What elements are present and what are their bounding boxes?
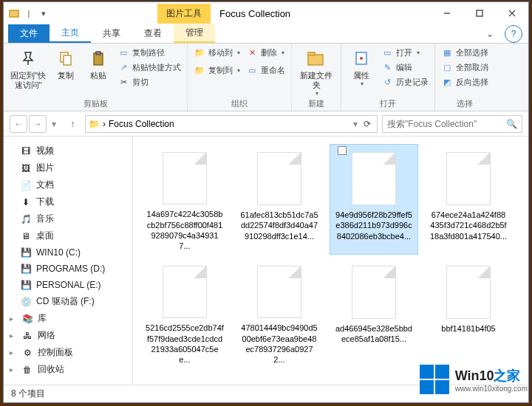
paste-button[interactable]: 粘贴 bbox=[83, 46, 113, 82]
tree-item[interactable]: ▸⚙控制面板 bbox=[7, 344, 129, 361]
cut-label: 剪切 bbox=[132, 77, 149, 88]
expand-icon[interactable]: ▸ bbox=[10, 365, 17, 374]
svg-rect-2 bbox=[477, 10, 482, 16]
nav-forward-button[interactable]: → bbox=[29, 115, 47, 133]
breadcrumb[interactable]: Focus Collection bbox=[109, 119, 174, 129]
file-item[interactable]: ad466945e328e5bbdece85af1a08f15... bbox=[330, 258, 418, 368]
tree-item[interactable]: 💾PROGRAMS (D:) bbox=[7, 261, 129, 277]
file-grid[interactable]: 14a697c4224c3058bcb2bf756c88ff00f4819289… bbox=[133, 137, 528, 385]
tree-item-label: 图片 bbox=[36, 162, 54, 174]
navbar: ← → ▾ ↑ 📁 › Focus Collection ▾ ⟳ 🔍 bbox=[4, 111, 528, 137]
nav-tree[interactable]: 🎞视频🖼图片📄文档⬇下载🎵音乐🖥桌面💾WIN10 (C:)💾PROGRAMS (… bbox=[4, 137, 133, 385]
maximize-button[interactable] bbox=[463, 2, 496, 24]
nav-up-button[interactable]: ↑ bbox=[64, 116, 81, 132]
address-dropdown-icon[interactable]: ▾ bbox=[353, 119, 358, 129]
tab-home[interactable]: 主页 bbox=[50, 24, 91, 43]
copy-button[interactable]: 复制 bbox=[51, 46, 81, 82]
file-item[interactable]: 14a697c4224c3058bcb2bf756c88ff00f4819289… bbox=[140, 144, 229, 255]
history-button[interactable]: ↺历史记录 bbox=[380, 75, 430, 89]
copy-to-button[interactable]: 📁复制到▾ bbox=[192, 63, 242, 77]
tree-item[interactable]: ▸🗑回收站 bbox=[7, 361, 129, 378]
ribbon-group-open: 属性 ▾ ▭打开▾ ✎编辑 ↺历史记录 打开 bbox=[341, 44, 435, 111]
search-icon[interactable]: 🔍 bbox=[506, 119, 517, 129]
tree-item-label: 库 bbox=[38, 312, 47, 325]
file-item[interactable]: 674ece24a1a424f88435f3d721c468d2b5f18a3f… bbox=[424, 144, 513, 255]
open-button[interactable]: ▭打开▾ bbox=[380, 46, 430, 59]
qat-dropdown-icon[interactable]: ▾ bbox=[38, 7, 50, 19]
tree-item[interactable]: 🎞视频 bbox=[7, 142, 129, 159]
tree-item[interactable]: 💾WIN10 (C:) bbox=[7, 244, 129, 261]
new-folder-button[interactable]: 新建文件夹 ▾ bbox=[296, 46, 336, 98]
ribbon: 固定到"快速访问" 复制 粘贴 ▭复制路径 ↗粘贴快捷方式 ✂剪切 剪贴板 bbox=[4, 44, 528, 111]
minimize-button[interactable] bbox=[431, 2, 463, 24]
rename-button[interactable]: ▭重命名 bbox=[245, 63, 287, 77]
tab-share[interactable]: 共享 bbox=[91, 24, 132, 43]
drive-icon: 💾 bbox=[20, 279, 32, 291]
expand-icon[interactable]: ▸ bbox=[10, 331, 17, 340]
pin-button[interactable]: 固定到"快速访问" bbox=[8, 46, 48, 92]
search-input[interactable] bbox=[387, 119, 506, 129]
tree-item-label: 下载 bbox=[36, 196, 54, 208]
invert-selection-button[interactable]: ◩反向选择 bbox=[440, 75, 490, 89]
expand-icon[interactable]: ▸ bbox=[10, 314, 17, 323]
select-none-label: 全部取消 bbox=[456, 62, 488, 73]
file-item[interactable]: 478014449bc9490d500ebf6e73eaa9be48ec7893… bbox=[235, 258, 324, 368]
paste-shortcut-label: 粘贴快捷方式 bbox=[132, 62, 181, 73]
window-title: Focus Collection bbox=[211, 8, 299, 19]
tree-item[interactable]: ⬇下载 bbox=[7, 193, 129, 210]
address-bar[interactable]: 📁 › Focus Collection ▾ ⟳ bbox=[85, 115, 378, 133]
copy-label: 复制 bbox=[58, 71, 74, 80]
tab-manage[interactable]: 管理 bbox=[174, 24, 215, 43]
file-checkbox[interactable] bbox=[338, 146, 347, 155]
history-icon: ↺ bbox=[381, 76, 393, 88]
ribbon-collapse-icon[interactable]: ⌄ bbox=[481, 24, 499, 43]
tree-item[interactable]: 🖥桌面 bbox=[7, 227, 129, 244]
open-label: 打开 bbox=[396, 47, 412, 58]
file-name: bbf14181b4f05 bbox=[440, 323, 497, 334]
tree-item[interactable]: ▸🖧网络 bbox=[7, 327, 129, 344]
delete-button[interactable]: ✕删除▾ bbox=[245, 46, 287, 59]
tree-item[interactable]: 🎵音乐 bbox=[7, 210, 129, 227]
search-box[interactable]: 🔍 bbox=[382, 115, 522, 133]
image-icon: 🖼 bbox=[20, 162, 32, 174]
copy-path-button[interactable]: ▭复制路径 bbox=[116, 46, 183, 59]
file-item[interactable]: 94e9d956f28b29ffef5e386d211b973d996c8402… bbox=[330, 144, 418, 255]
select-all-icon: ▦ bbox=[441, 47, 453, 58]
expand-icon[interactable]: ▸ bbox=[10, 348, 17, 357]
copy-icon bbox=[55, 47, 77, 69]
nav-recent-icon[interactable]: ▾ bbox=[48, 115, 60, 133]
drive-icon: 💾 bbox=[20, 263, 32, 275]
new-group-label: 新建 bbox=[296, 98, 336, 109]
file-item[interactable]: 61afec813cb51dc7a5dd22574f8df3d40a479102… bbox=[235, 144, 324, 255]
select-all-button[interactable]: ▦全部选择 bbox=[440, 46, 490, 59]
contextual-tool-label: 图片工具 bbox=[157, 4, 211, 24]
tree-item[interactable]: ▸📚库 bbox=[7, 310, 129, 327]
edit-button[interactable]: ✎编辑 bbox=[380, 61, 430, 74]
desktop-icon: 🖥 bbox=[20, 230, 32, 242]
tree-item[interactable]: 🖼图片 bbox=[7, 159, 129, 176]
lib-icon: 📚 bbox=[21, 313, 33, 325]
file-icon bbox=[163, 266, 207, 318]
tree-item[interactable]: 📄文档 bbox=[7, 176, 129, 193]
move-to-button[interactable]: 📁移动到▾ bbox=[192, 46, 242, 59]
explorer-window[interactable]: | ▾ 图片工具 Focus Collection 文件 主页 共享 查看 管理… bbox=[3, 1, 529, 403]
select-none-button[interactable]: ▢全部取消 bbox=[440, 61, 490, 74]
ribbon-group-organize: 📁移动到▾ 📁复制到▾ ✕删除▾ ▭重命名 组织 bbox=[188, 44, 292, 111]
tab-view[interactable]: 查看 bbox=[132, 24, 174, 43]
cut-button[interactable]: ✂剪切 bbox=[116, 75, 183, 89]
tree-item[interactable]: 💿CD 驱动器 (F:) bbox=[7, 293, 129, 310]
nav-back-button[interactable]: ← bbox=[10, 115, 27, 133]
file-item[interactable]: 5216cd2555ce2db74ff57f9daed3cde1cdcd2193… bbox=[140, 258, 229, 368]
ctrl-icon: ⚙ bbox=[21, 347, 33, 359]
help-button[interactable]: ? bbox=[505, 25, 522, 43]
new-folder-label: 新建文件夹 bbox=[298, 71, 335, 90]
properties-button[interactable]: 属性 ▾ bbox=[346, 46, 377, 89]
close-button[interactable] bbox=[496, 2, 528, 24]
tree-item[interactable]: 💾PERSONAL (E:) bbox=[7, 277, 129, 293]
paste-shortcut-button[interactable]: ↗粘贴快捷方式 bbox=[116, 61, 183, 74]
qat-separator-icon: | bbox=[23, 7, 35, 19]
pin-icon bbox=[17, 47, 39, 69]
file-tab[interactable]: 文件 bbox=[8, 24, 50, 43]
refresh-icon[interactable]: ⟳ bbox=[361, 119, 374, 129]
file-item[interactable]: bbf14181b4f05 bbox=[424, 258, 513, 368]
